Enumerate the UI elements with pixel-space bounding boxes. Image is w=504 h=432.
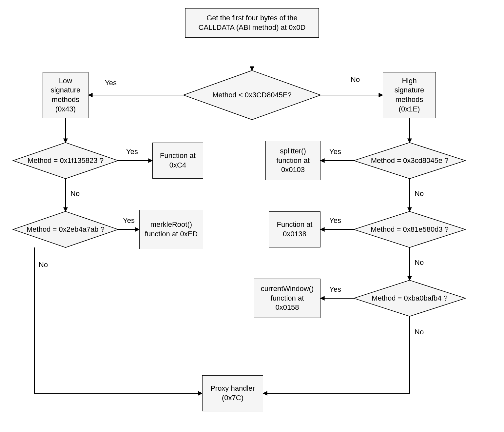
flowchart-edges [0,0,504,432]
edge-label-dR2-no: No [415,258,424,267]
node-label: Get the first four bytes of the CALLDATA… [189,13,315,32]
node-label: Low signature methods (0x43) [47,76,84,114]
node-label: Function at 0x0138 [273,220,316,239]
edge-label-d1-yes: Yes [105,79,117,87]
node-label: merkleRoot() function at 0xED [144,220,199,239]
node-low-sig: Low signature methods (0x43) [43,72,88,118]
node-fn-c4: Function at 0xC4 [152,143,203,179]
edge-label-dL1-yes: Yes [126,147,138,156]
node-label: Proxy handler (0x7C) [206,384,259,403]
edge-label-d1-no: No [351,75,360,84]
node-label: High signature methods (0x1E) [387,76,432,114]
edge-label-dR1-no: No [415,189,424,198]
edge-label-dR1-yes: Yes [329,147,341,156]
node-proxy: Proxy handler (0x7C) [202,375,263,411]
node-d1: Method < 0x3CD8045E? [197,88,307,102]
node-label: currentWindow() function at 0x0158 [258,284,316,312]
edge-label-dL1-no: No [70,189,80,198]
edge-label-dR3-yes: Yes [329,285,341,294]
node-dR3: Method = 0xba0bafb4 ? [367,291,452,305]
node-fn-103: splitter() function at 0x0103 [265,141,320,180]
node-fn-ed: merkleRoot() function at 0xED [139,210,203,249]
node-fn-158: currentWindow() function at 0x0158 [254,279,320,318]
edge-label-dL2-yes: Yes [123,216,135,225]
node-label: Method = 0x1f135823 ? [28,156,104,166]
node-dL1: Method = 0x1f135823 ? [23,153,108,168]
edge-label-dR3-no: No [415,328,424,336]
node-label: Method = 0x81e580d3 ? [371,225,449,234]
node-dL2: Method = 0x2eb4a7ab ? [22,222,109,237]
node-label: splitter() function at 0x0103 [270,147,316,175]
node-label: Method = 0x3cd8045e ? [371,156,449,166]
node-dR2: Method = 0x81e580d3 ? [366,222,453,237]
node-fn-138: Function at 0x0138 [269,211,320,247]
node-label: Method = 0xba0bafb4 ? [372,294,448,303]
edge-label-dR2-yes: Yes [329,216,341,225]
node-dR1: Method = 0x3cd8045e ? [367,153,452,168]
node-label: Method < 0x3CD8045E? [212,90,292,100]
node-label: Function at 0xC4 [157,151,199,170]
node-label: Method = 0x2eb4a7ab ? [27,225,105,234]
flowchart-canvas: Get the first four bytes of the CALLDATA… [0,0,504,432]
node-start: Get the first four bytes of the CALLDATA… [185,8,319,38]
node-high-sig: High signature methods (0x1E) [383,72,436,118]
edge-label-dL2-no: No [39,261,48,269]
